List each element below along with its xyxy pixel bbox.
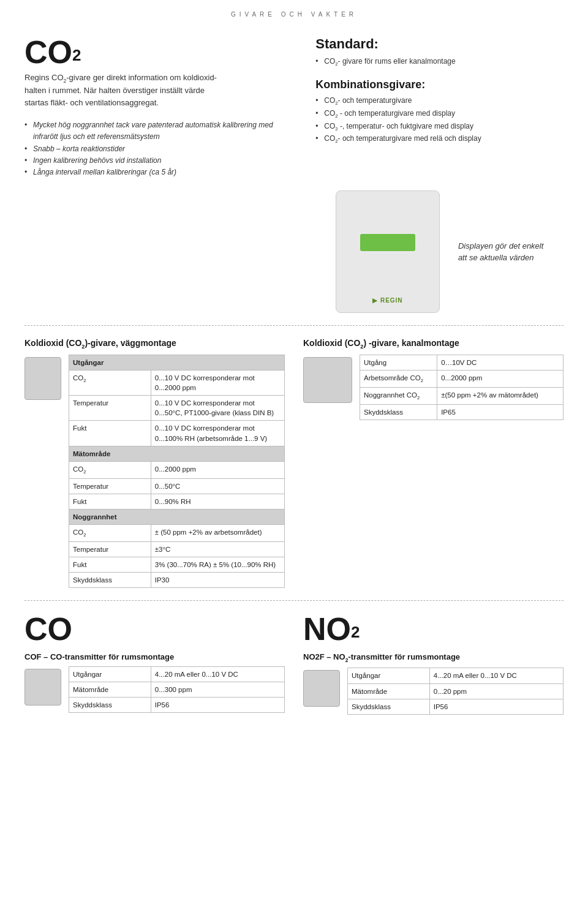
co2-heading: CO2 (24, 36, 297, 68)
no2-device-container: Utgångar 4...20 mA eller 0...10 V DC Mät… (303, 668, 564, 714)
table-row: Utgång 0…10V DC (360, 355, 564, 371)
row-value: IP56 (151, 698, 284, 713)
row-value: ±(50 ppm +2% av mätområdet) (437, 387, 564, 404)
top-section: CO2 Regins CO2-givare ger direkt informa… (24, 36, 564, 178)
divider-1 (24, 325, 564, 326)
row-label: Utgång (360, 355, 437, 371)
no2-subscript: 2 (351, 624, 360, 640)
table-row: CO2 0...10 V DC korresponderar mot 0...2… (69, 371, 285, 396)
row-label: CO2 (69, 461, 151, 478)
caption-line2: att se aktuella värden (458, 253, 534, 262)
feature-item: Långa intervall mellan kalibreringar (ca… (24, 167, 297, 178)
table-row: Skyddsklass IP30 (69, 572, 285, 587)
row-label: Fukt (69, 494, 151, 509)
kombi-title: Kombinationsgivare: (315, 78, 564, 91)
wall-spec-table: Utgångar CO2 0...10 V DC korresponderar … (69, 355, 285, 588)
wall-device-image (24, 357, 61, 400)
no2-subtitle: NO2F – NO2-transmitter för rumsmontage (303, 652, 564, 663)
row-value: ±3°C (151, 541, 284, 557)
kombi-item: CO2- och temperaturgivare med relä och d… (315, 133, 564, 146)
row-label: Mätområde (69, 682, 151, 697)
co-device-image (24, 669, 61, 706)
row-value: 3% (30...70% RA) ± 5% (10...90% RH) (151, 557, 284, 572)
page-header: GIVARE OCH VAKTER (0, 0, 588, 24)
row-label: Skyddsklass (69, 572, 151, 587)
row-value: 0…10V DC (437, 355, 564, 371)
feature-list: Mycket hög noggrannhet tack vare patente… (24, 119, 297, 178)
table-row: Fukt 0...90% RH (69, 494, 285, 509)
row-label: CO2 (69, 524, 151, 541)
row-value: 4...20 mA eller 0...10 V DC (151, 666, 284, 682)
right-column: Standard: CO2- givare för rums eller kan… (315, 36, 564, 178)
row-value: 0...20 ppm (429, 683, 563, 699)
table-row: Skyddsklass IP65 (360, 404, 564, 420)
left-column: CO2 Regins CO2-givare ger direkt informa… (24, 36, 297, 178)
row-value: IP65 (437, 404, 564, 420)
table-row: Mätområde 0...20 ppm (348, 683, 564, 699)
table-row: Mätområde 0...300 ppm (69, 682, 285, 697)
table-row: CO2 0...2000 ppm (69, 461, 285, 478)
device-illustration: ▶ REGIN (336, 190, 440, 313)
display-section: ▶ REGIN Displayen gör det enkelt att se … (24, 190, 564, 313)
row-value: 0...90% RH (151, 494, 284, 509)
row-value: 0...10 V DC korresponderar mot 0...2000 … (151, 371, 284, 396)
no2-spec-table: Utgångar 4...20 mA eller 0...10 V DC Mät… (347, 668, 564, 714)
row-value: 0...10 V DC korresponderar mot 0...100% … (151, 421, 284, 446)
table-row: Fukt 0...10 V DC korresponderar mot 0...… (69, 421, 285, 446)
row-label: Temperatur (69, 541, 151, 557)
co2-subscript: 2 (72, 47, 81, 63)
intro-text: Regins CO2-givare ger direkt information… (24, 72, 297, 108)
row-label: Utgångar (348, 668, 430, 683)
co2-symbol: CO (24, 36, 72, 68)
duct-device-image (303, 357, 352, 403)
row-value: 0...50°C (151, 478, 284, 494)
no2-col: NO2 NO2F – NO2-transmitter för rumsmonta… (303, 613, 564, 715)
table-row: CO2 ± (50 ppm +2% av arbetsområdet) (69, 524, 285, 541)
table-row: Utgångar 4...20 mA eller 0...10 V DC (348, 668, 564, 683)
display-caption: Displayen gör det enkelt att se aktuella… (458, 240, 543, 264)
table-section-header: Mätområde (69, 446, 285, 461)
wall-mount-title: Koldioxid (CO2)-givare, väggmontage (24, 338, 285, 350)
kombi-item: CO2- och temperaturgivare (315, 95, 564, 108)
row-label: Skyddsklass (360, 404, 437, 420)
device-logo: ▶ REGIN (372, 297, 402, 304)
feature-item: Ingen kalibrering behövs vid installatio… (24, 155, 297, 167)
row-value: 0...2000 ppm (151, 461, 284, 478)
header-title: GIVARE OCH VAKTER (231, 11, 357, 18)
row-value: 0...2000 ppm (437, 371, 564, 388)
device-screen (360, 234, 415, 251)
kombi-item: CO2 -, temperatur- och fuktgivare med di… (315, 121, 564, 134)
standard-item: CO2- givare för rums eller kanalmontage (315, 56, 564, 69)
feature-item: Mycket hög noggrannhet tack vare patente… (24, 119, 297, 143)
feature-item: Snabb – korta reaktionstider (24, 143, 297, 155)
row-label: Skyddsklass (69, 698, 151, 713)
table-section-header: Noggrannhet (69, 509, 285, 524)
duct-mount-col: Koldioxid (CO2) -givare, kanalmontage Ut… (303, 338, 564, 588)
row-label: Fukt (69, 557, 151, 572)
duct-device-container: Utgång 0…10V DC Arbetsområde CO2 0...200… (303, 355, 564, 420)
no2-device-image (303, 670, 340, 707)
row-label: Skyddsklass (348, 699, 430, 714)
co-col: CO COF – CO-transmitter för rumsmontage … (24, 613, 285, 715)
row-value: ± (50 ppm +2% av arbetsområdet) (151, 524, 284, 541)
section-header-cell: Mätområde (69, 446, 285, 461)
table-row: Noggrannhet CO2 ±(50 ppm +2% av mätområd… (360, 387, 564, 404)
bottom-section: CO COF – CO-transmitter för rumsmontage … (24, 613, 564, 715)
row-value: 4...20 mA eller 0...10 V DC (429, 668, 563, 683)
table-row: Arbetsområde CO2 0...2000 ppm (360, 371, 564, 388)
caption-line1: Displayen gör det enkelt (458, 241, 543, 250)
kombi-item: CO2 - och temperaturgivare med display (315, 108, 564, 121)
wall-mount-col: Koldioxid (CO2)-givare, väggmontage Utgå… (24, 338, 285, 588)
duct-mount-title: Koldioxid (CO2) -givare, kanalmontage (303, 338, 564, 350)
row-value: 0...300 ppm (151, 682, 284, 697)
no2-symbol-prefix: NO (303, 613, 351, 645)
table-row: Skyddsklass IP56 (348, 699, 564, 714)
section-header-cell: Noggrannhet (69, 509, 285, 524)
table-row: Fukt 3% (30...70% RA) ± 5% (10...90% RH) (69, 557, 285, 572)
table-row: Temperatur 0...10 V DC korresponderar mo… (69, 396, 285, 421)
table-row: Temperatur 0...50°C (69, 478, 285, 494)
wall-device-container: Utgångar CO2 0...10 V DC korresponderar … (24, 355, 285, 588)
row-value: IP56 (429, 699, 563, 714)
section-header-cell: Utgångar (69, 355, 285, 371)
table-row: Temperatur ±3°C (69, 541, 285, 557)
